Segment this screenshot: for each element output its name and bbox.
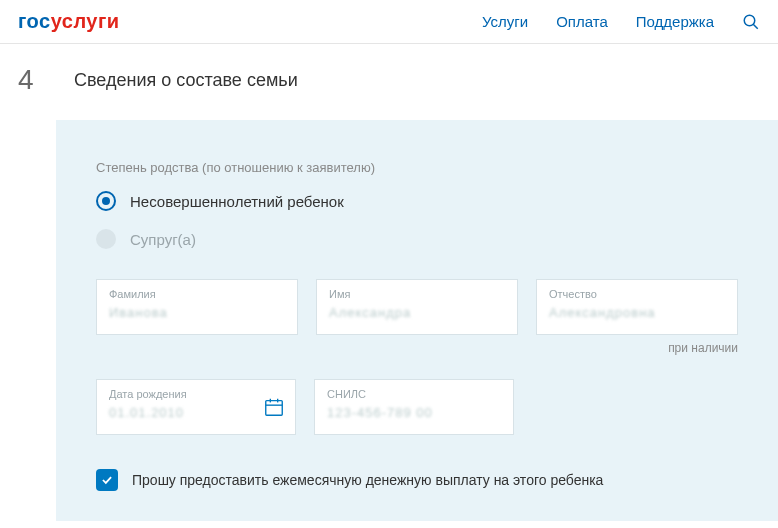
logo-part-1: гос [18,10,51,32]
firstname-label: Имя [329,288,505,300]
snils-value: 123-456-789 00 [327,405,433,420]
svg-point-0 [744,15,755,26]
relation-group-label: Степень родства (по отношению к заявител… [96,160,738,175]
patronymic-field[interactable]: Отчество Александровна [536,279,738,335]
radio-label-spouse: Супруг(а) [130,231,196,248]
svg-rect-2 [266,401,283,416]
step-header: 4 Сведения о составе семьи [0,44,778,120]
nav-link-payment[interactable]: Оплата [556,13,608,30]
step-number: 4 [18,64,50,96]
radio-option-child[interactable]: Несовершеннолетний ребенок [96,191,738,211]
radio-option-spouse[interactable]: Супруг(а) [96,229,738,249]
birthdate-label: Дата рождения [109,388,283,400]
calendar-icon[interactable] [263,396,285,418]
form-panel: Степень родства (по отношению к заявител… [56,120,778,521]
patronymic-hint: при наличии [96,341,738,355]
radio-unselected-icon [96,229,116,249]
step-title: Сведения о составе семьи [74,70,298,91]
nav: Услуги Оплата Поддержка [482,13,760,31]
firstname-field[interactable]: Имя Александра [316,279,518,335]
search-icon[interactable] [742,13,760,31]
request-payment-row[interactable]: Прошу предоставить ежемесячную денежную … [96,469,738,491]
checkbox-checked-icon [96,469,118,491]
snils-label: СНИЛС [327,388,501,400]
patronymic-label: Отчество [549,288,725,300]
lastname-field[interactable]: Фамилия Иванова [96,279,298,335]
birthdate-field[interactable]: Дата рождения 01.01.2010 [96,379,296,435]
nav-link-services[interactable]: Услуги [482,13,528,30]
logo-part-2: услуги [51,10,120,32]
checkbox-label: Прошу предоставить ежемесячную денежную … [132,472,603,488]
lastname-label: Фамилия [109,288,285,300]
logo[interactable]: госуслуги [18,10,120,33]
header-bar: госуслуги Услуги Оплата Поддержка [0,0,778,44]
firstname-value: Александра [329,305,411,320]
radio-selected-icon [96,191,116,211]
name-fields-row: Фамилия Иванова Имя Александра Отчество … [96,279,738,335]
lastname-value: Иванова [109,305,168,320]
birthdate-value: 01.01.2010 [109,405,184,420]
svg-line-1 [753,24,758,29]
patronymic-value: Александровна [549,305,656,320]
extra-fields-row: Дата рождения 01.01.2010 СНИЛС 123-456-7… [96,379,738,435]
snils-field[interactable]: СНИЛС 123-456-789 00 [314,379,514,435]
nav-link-support[interactable]: Поддержка [636,13,714,30]
radio-label-child: Несовершеннолетний ребенок [130,193,344,210]
